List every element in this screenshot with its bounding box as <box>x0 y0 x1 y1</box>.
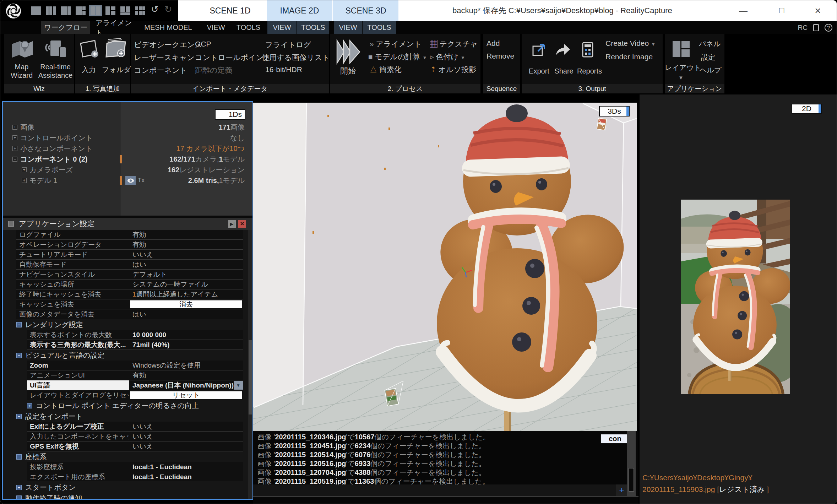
menu-view-1[interactable]: VIEW <box>206 21 225 34</box>
input-button[interactable]: 入力 <box>78 65 100 74</box>
section-expand-icon[interactable]: − <box>16 495 22 499</box>
setting-value[interactable]: はい <box>129 260 243 269</box>
panel-button[interactable]: パネル <box>699 39 721 49</box>
tree-expand-icon[interactable]: + <box>22 178 27 183</box>
colorize-button[interactable]: ▹ 色付け▼ <box>430 52 465 62</box>
tree-item[interactable]: +コントロールポイント <box>12 132 93 143</box>
layout-caret-icon[interactable]: ▼ <box>678 75 684 81</box>
camera-frustum-top-icon[interactable] <box>597 118 607 130</box>
texture-button[interactable]: ▦ テクスチャ <box>430 39 478 49</box>
close-settings-icon[interactable]: ✕ <box>238 220 246 228</box>
settings-section-header[interactable]: −座標系 <box>3 451 248 462</box>
create-video-button[interactable]: Create Video▼ <box>605 39 656 48</box>
control-points-button[interactable]: コントロールポイント <box>195 53 271 63</box>
section-expand-icon[interactable]: − <box>16 353 22 358</box>
settings-row[interactable]: 終了時にキャッシュを消去1週間以上経過したアイテム <box>16 289 243 299</box>
menu-tools-image2d[interactable]: TOOLS <box>297 21 329 34</box>
setting-action-button[interactable]: 消去 <box>130 300 242 308</box>
collapse-icon[interactable]: − <box>8 221 14 227</box>
add-button[interactable]: Add <box>487 39 500 48</box>
start-button[interactable]: 開始 <box>335 67 361 75</box>
console-add-icon[interactable]: + <box>616 484 627 496</box>
settings-header[interactable]: − アプリケーション設定 ▶| ✕ <box>3 218 252 230</box>
setting-value[interactable]: Windowsの設定を使用 <box>129 361 243 370</box>
tree-item[interactable]: −コンポーネント 0 (2) <box>12 154 88 164</box>
setting-value[interactable]: 有効 <box>129 230 243 239</box>
setting-value[interactable]: いいえ <box>129 250 243 259</box>
layout-bottom-bar-icon[interactable] <box>119 5 132 16</box>
simplify-button[interactable]: △ 簡素化 <box>370 65 402 75</box>
render-image-button[interactable]: Render Image <box>605 53 653 61</box>
settings-row[interactable]: 入力したコンポーネントをキャッシュ...いいえ <box>27 432 243 441</box>
3ds-view-badge[interactable]: 3Ds <box>599 106 630 116</box>
tree-item[interactable]: +モデル 1 <box>22 175 57 186</box>
setting-value[interactable]: local:1 - Euclidean <box>129 472 243 482</box>
setting-value[interactable]: デフォルト <box>129 270 243 279</box>
settings-row[interactable]: オペレーションログデータ有効 <box>16 240 243 250</box>
menu-tools-scene3d[interactable]: TOOLS <box>363 21 396 34</box>
settings-row[interactable]: ナビゲーションスタイルデフォルト <box>16 270 243 280</box>
tab-image-2d[interactable]: IMAGE 2D <box>267 0 332 21</box>
menu-view-image2d[interactable]: VIEW <box>267 21 297 34</box>
reports-icon[interactable] <box>581 42 594 58</box>
2d-view-badge[interactable]: 2D <box>792 104 822 114</box>
section-expand-icon[interactable]: + <box>16 485 22 490</box>
minimize-button[interactable]: — <box>735 0 751 21</box>
settings-row[interactable]: キャッシュを消去消去 <box>16 299 243 309</box>
settings-row[interactable]: エクスポート用の座標系local:1 - Euclidean <box>27 472 243 482</box>
settings-section-header[interactable]: +スタートボタン <box>3 482 248 493</box>
define-distance-button[interactable]: 距離の定義 <box>195 65 233 75</box>
layout-grid-icon[interactable] <box>104 5 117 16</box>
tree-expand-icon[interactable]: + <box>12 125 17 130</box>
video-sequence-button[interactable]: ビデオシークエンス <box>134 40 202 50</box>
setting-value[interactable]: はい <box>129 309 243 319</box>
setting-value[interactable]: local:1 - Euclidean <box>129 462 243 472</box>
settings-row[interactable]: UI言語Japanese (日本 (Nihon/Nippon))▼ <box>27 380 243 390</box>
settings-row[interactable]: ZoomWindowsの設定を使用 <box>27 361 243 370</box>
setting-value[interactable]: 消去 <box>129 299 243 309</box>
setting-value[interactable]: Japanese (日本 (Nihon/Nippon))▼ <box>129 380 243 390</box>
gcp-button[interactable]: GCP <box>195 40 211 48</box>
settings-row[interactable]: Exifによるグループ校正いいえ <box>27 422 243 432</box>
tree-item[interactable]: +画像 <box>12 122 34 132</box>
settings-section-header[interactable]: −設定をインポート <box>3 411 248 422</box>
export-button[interactable]: Export <box>524 67 554 75</box>
1ds-view-badge[interactable]: 1Ds <box>215 109 245 120</box>
menu-workflow[interactable]: ワークフロー <box>41 21 90 34</box>
settings-button[interactable]: 設定 <box>701 53 715 62</box>
calculate-model-button[interactable]: ■ モデルの計算▼ <box>368 52 427 62</box>
realtime-assistance-button[interactable]: Real-time Assistance <box>37 63 74 80</box>
layout-two-pane-icon[interactable] <box>59 5 72 16</box>
layout-panels-icon[interactable] <box>672 40 690 58</box>
tree-item[interactable]: +カメラポーズ <box>22 164 73 175</box>
menu-tools-1[interactable]: TOOLS <box>237 21 260 34</box>
realtime-assistance-icon[interactable] <box>43 39 67 61</box>
settings-section-header[interactable]: −動作終了時の通知 <box>3 493 248 499</box>
settings-row[interactable]: キャッシュの場所システムの一時ファイル <box>16 280 243 289</box>
settings-row[interactable]: GPS Exifを無視いいえ <box>27 441 243 451</box>
reports-button[interactable]: Reports <box>575 67 604 75</box>
setting-value[interactable]: 71mil (40%) <box>129 340 243 349</box>
alignment-button[interactable]: » アライメント <box>370 39 422 49</box>
settings-row[interactable]: チュートリアルモードいいえ <box>16 250 243 260</box>
settings-row[interactable]: 画像のメタデータを消去はい <box>16 309 243 319</box>
section-expand-icon[interactable]: − <box>16 454 22 460</box>
section-expand-icon[interactable]: − <box>16 322 22 327</box>
add-input-icon[interactable] <box>78 38 100 60</box>
redo-icon[interactable]: ↻ <box>164 4 172 15</box>
dropdown-arrow-icon[interactable]: ▼ <box>234 381 243 390</box>
settings-row[interactable]: 投影座標系local:1 - Euclidean <box>27 462 243 472</box>
registered-photo[interactable] <box>640 94 837 504</box>
layout-button[interactable]: レイアウト <box>665 63 699 72</box>
layout-three-columns-icon[interactable] <box>44 5 57 16</box>
add-folder-icon[interactable] <box>103 38 127 61</box>
setting-value[interactable]: 10 000 000 <box>129 330 243 340</box>
settings-row[interactable]: 自動保存モードはい <box>16 260 243 270</box>
console-tab-button[interactable]: con <box>600 434 630 444</box>
setting-value[interactable]: いいえ <box>129 422 243 431</box>
hdr-button[interactable]: 16-bit/HDR <box>265 65 302 74</box>
layout-main-split-icon[interactable] <box>74 5 87 16</box>
component-button[interactable]: コンポーネント <box>134 65 187 75</box>
setting-value[interactable]: 有効 <box>129 240 243 249</box>
folder-button[interactable]: フォルダ <box>102 65 129 74</box>
